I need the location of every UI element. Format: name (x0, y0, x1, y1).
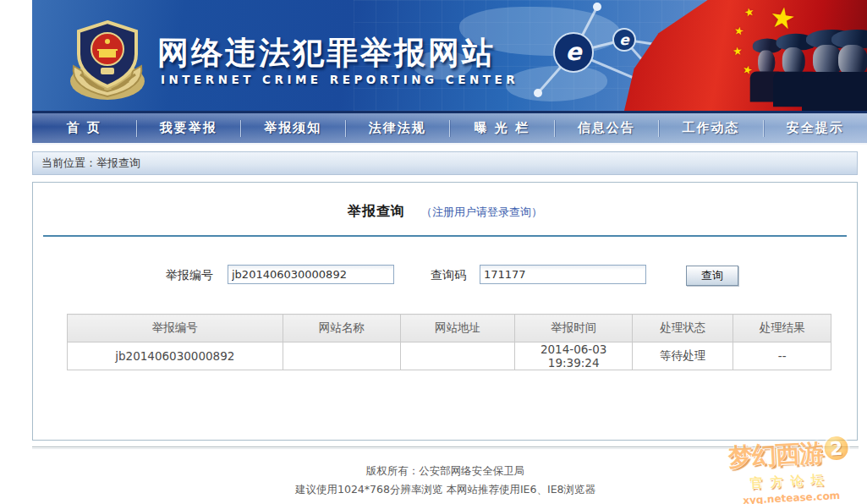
nav-item-report[interactable]: 我要举报 (137, 120, 241, 136)
col-report-time: 举报时间 (515, 315, 633, 342)
query-code-input[interactable] (480, 265, 646, 284)
cell-report-no: jb201406030000892 (68, 342, 283, 370)
col-site-url: 网站地址 (400, 315, 514, 342)
police-badge-icon (63, 15, 152, 103)
query-panel: 举报查询 （注册用户请登录查询） 举报编号 查询码 查询 举报编号 网站名称 网… (32, 182, 858, 441)
col-status: 处理状态 (633, 315, 733, 342)
table-header-row: 举报编号 网站名称 网站地址 举报时间 处理状态 处理结果 (68, 315, 831, 342)
cell-site-url (400, 342, 514, 370)
cell-site-name (283, 342, 400, 370)
officer-silhouette (831, 30, 867, 111)
nav-item-home[interactable]: 首 页 (32, 120, 136, 136)
panel-title-row: 举报查询 （注册用户请登录查询） (33, 203, 857, 221)
police-officers-photo (732, 0, 867, 111)
col-site-name: 网站名称 (283, 315, 400, 342)
footer-divider (32, 446, 859, 447)
nav-item-laws[interactable]: 法律法规 (346, 120, 450, 136)
main-nav: 首 页 我要举报 举报须知 法律法规 曝 光 栏 信息公告 工作动态 安全提示 (32, 111, 867, 145)
table-row: jb201406030000892 2014-06-03 19:39:24 等待… (68, 342, 831, 370)
copyright-line: 版权所有：公安部网络安全保卫局 (32, 462, 859, 480)
report-no-input[interactable] (228, 265, 394, 284)
page: e e e ★ ★ ★ ★ ★ (0, 0, 867, 504)
page-title: 举报查询 (348, 203, 405, 219)
col-report-no: 举报编号 (68, 315, 283, 342)
nav-item-security-tips[interactable]: 安全提示 (764, 120, 867, 136)
site-title: 网络违法犯罪举报网站 (157, 32, 563, 74)
svg-text:e: e (619, 31, 630, 48)
nav-item-exposure[interactable]: 曝 光 栏 (450, 120, 554, 136)
cell-status: 等待处理 (633, 342, 733, 370)
svg-text:e: e (566, 38, 584, 66)
breadcrumb: 当前位置：举报查询 (32, 151, 858, 175)
nav-item-work-updates[interactable]: 工作动态 (659, 120, 763, 136)
report-no-label: 举报编号 (166, 268, 213, 283)
nav-item-notice[interactable]: 举报须知 (241, 120, 345, 136)
cell-report-time: 2014-06-03 19:39:24 (515, 342, 633, 370)
footer: 版权所有：公安部网络安全保卫局 建议使用1024*768分辨率浏览 本网站推荐使… (32, 462, 859, 499)
query-button[interactable]: 查询 (686, 266, 738, 286)
query-code-label: 查询码 (431, 268, 466, 283)
query-form: 举报编号 查询码 查询 (33, 265, 857, 287)
nav-item-announcements[interactable]: 信息公告 (555, 120, 659, 136)
title-divider (43, 235, 847, 237)
site-header-banner: e e e ★ ★ ★ ★ ★ (32, 0, 867, 111)
site-subtitle-en: INTERNET CRIME REPORTING CENTER (161, 73, 519, 86)
login-hint-link[interactable]: （注册用户请登录查询） (421, 205, 542, 218)
col-result: 处理结果 (733, 315, 831, 342)
browser-recommendation-line: 建议使用1024*768分辨率浏览 本网站推荐使用IE6、IE8浏览器 (32, 480, 859, 499)
cell-result: -- (733, 342, 831, 370)
results-table: 举报编号 网站名称 网站地址 举报时间 处理状态 处理结果 jb20140603… (67, 314, 831, 370)
